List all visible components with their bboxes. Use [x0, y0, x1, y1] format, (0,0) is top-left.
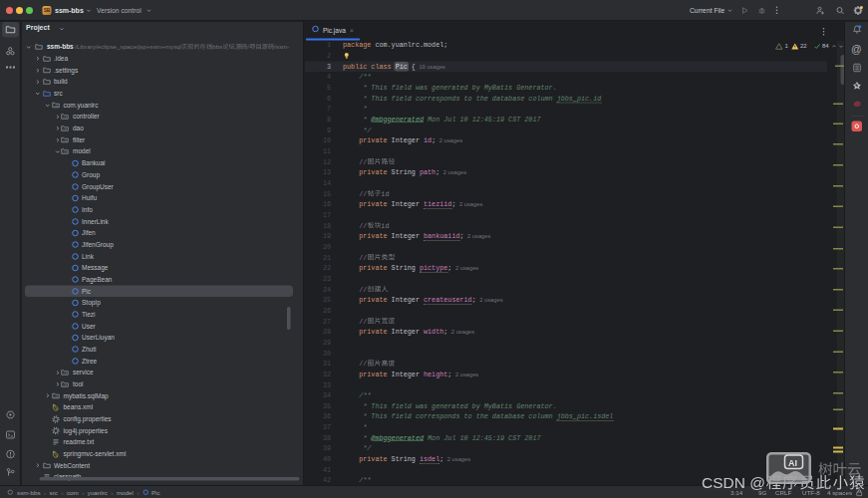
svg-text:AI: AI	[788, 458, 797, 468]
